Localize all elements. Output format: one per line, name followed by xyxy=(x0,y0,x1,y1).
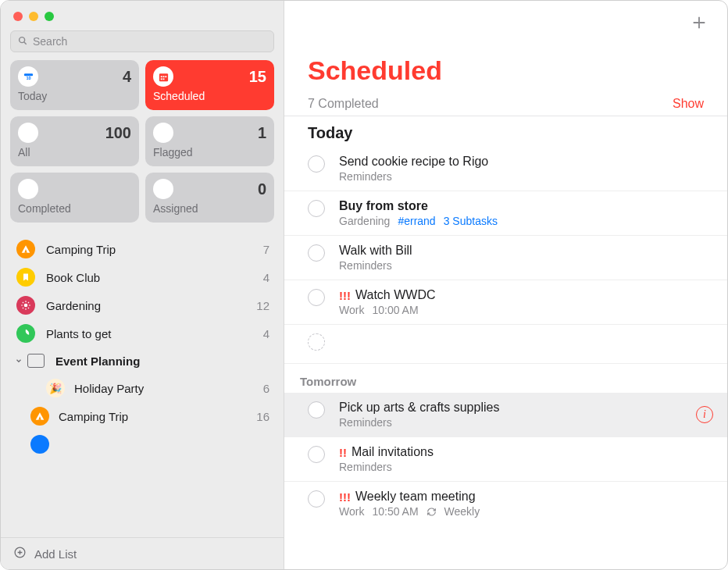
chevron-down-icon[interactable] xyxy=(13,357,24,365)
lists-section: Camping Trip 7 Book Club 4 Gardening 12 xyxy=(1,232,284,537)
list-plants-to-get[interactable]: Plants to get 4 xyxy=(1,319,284,347)
tile-completed-label: Completed xyxy=(18,202,131,215)
completed-count-label: 7 Completed xyxy=(308,97,379,111)
show-completed-button[interactable]: Show xyxy=(673,97,704,111)
reminder-row[interactable]: Walk with Bill Reminders xyxy=(284,236,727,280)
minimize-window-button[interactable] xyxy=(29,12,38,21)
search-icon xyxy=(17,35,33,48)
search-field[interactable] xyxy=(10,30,274,52)
list-holiday-party[interactable]: 🎉 Holiday Party 6 xyxy=(1,374,284,402)
reminder-checkbox[interactable] xyxy=(308,155,325,173)
calendar-today-icon: 10 xyxy=(18,66,38,87)
list-label: Plants to get xyxy=(46,327,111,340)
svg-rect-10 xyxy=(162,78,164,80)
svg-rect-8 xyxy=(165,76,166,77)
zoom-window-button[interactable] xyxy=(45,12,54,21)
list-book-club[interactable]: Book Club 4 xyxy=(1,263,284,291)
reminder-checkbox[interactable] xyxy=(308,401,325,419)
reminder-subtasks[interactable]: 3 Subtasks xyxy=(444,215,498,227)
reminder-title: Watch WWDC xyxy=(355,288,436,302)
svg-text:10: 10 xyxy=(26,76,30,80)
reminder-repeat-label: Weekly xyxy=(444,505,480,518)
list-gardening[interactable]: Gardening 12 xyxy=(1,291,284,319)
tile-flagged-label: Flagged xyxy=(153,146,266,159)
bookmark-icon xyxy=(16,268,35,287)
new-reminder-placeholder[interactable] xyxy=(284,325,727,364)
group-event-planning[interactable]: Event Planning xyxy=(1,347,284,374)
close-window-button[interactable] xyxy=(13,12,23,21)
reminder-row[interactable]: !!! Weekly team meeting Work 10:50 AM We… xyxy=(284,482,727,525)
list-partial[interactable] xyxy=(1,430,284,458)
reminder-row[interactable]: !!! Watch WWDC Work 10:00 AM xyxy=(284,280,727,325)
svg-rect-6 xyxy=(160,76,162,77)
flag-icon xyxy=(153,123,173,143)
tile-completed[interactable]: Completed xyxy=(10,173,139,223)
reminder-list-label: Gardening xyxy=(339,215,390,227)
repeat-icon xyxy=(426,507,437,517)
person-icon xyxy=(153,179,173,199)
tile-flagged[interactable]: 1 Flagged xyxy=(145,116,274,166)
main-content: Scheduled 7 Completed Show Today Send co… xyxy=(284,1,727,569)
list-bullet-icon xyxy=(30,435,49,454)
section-header-tomorrow: Tomorrow xyxy=(284,364,727,393)
reminder-checkbox[interactable] xyxy=(308,333,325,351)
list-count: 6 xyxy=(263,382,269,395)
list-count: 16 xyxy=(256,410,269,423)
add-list-button[interactable]: Add List xyxy=(1,537,284,569)
search-input[interactable] xyxy=(33,35,267,48)
folder-icon xyxy=(27,354,45,368)
tile-all-count: 100 xyxy=(105,124,131,142)
reminder-checkbox[interactable] xyxy=(308,244,325,262)
list-label: Camping Trip xyxy=(46,243,116,256)
reminder-row[interactable]: Send cookie recipe to Rigo Reminders xyxy=(284,147,727,191)
svg-rect-7 xyxy=(162,76,164,77)
reminder-row[interactable]: !! Mail invitations Reminders xyxy=(284,437,727,482)
reminder-row[interactable]: Pick up arts & crafts supplies Reminders… xyxy=(284,393,727,437)
reminder-tag[interactable]: #errand xyxy=(398,215,435,227)
group-label: Event Planning xyxy=(55,354,140,368)
reminder-checkbox[interactable] xyxy=(308,289,325,306)
info-button[interactable]: i xyxy=(696,406,713,423)
svg-rect-9 xyxy=(160,78,162,80)
list-camping-trip-2[interactable]: Camping Trip 16 xyxy=(1,402,284,430)
tile-all-label: All xyxy=(18,146,131,159)
list-count: 12 xyxy=(256,299,269,312)
reminder-time: 10:50 AM xyxy=(372,505,418,518)
sun-icon xyxy=(16,296,35,315)
reminder-list-label: Work xyxy=(339,304,364,316)
reminder-list-label: Reminders xyxy=(339,416,392,429)
list-count: 7 xyxy=(263,243,269,256)
reminder-checkbox[interactable] xyxy=(308,490,325,508)
page-title: Scheduled xyxy=(284,55,727,97)
tile-today[interactable]: 10 4 Today xyxy=(10,60,139,110)
tile-assigned[interactable]: 0 Assigned xyxy=(145,173,274,223)
list-label: Book Club xyxy=(46,271,100,284)
plus-circle-icon xyxy=(13,546,27,561)
reminder-list-label: Reminders xyxy=(339,259,392,272)
reminder-title: Walk with Bill xyxy=(339,244,713,258)
list-label: Gardening xyxy=(46,299,101,312)
reminder-title: Weekly team meeting xyxy=(355,490,476,504)
reminder-checkbox[interactable] xyxy=(308,200,325,217)
svg-line-17 xyxy=(23,302,23,303)
svg-point-11 xyxy=(162,186,166,190)
list-camping-trip[interactable]: Camping Trip 7 xyxy=(1,235,284,263)
svg-line-19 xyxy=(23,308,23,308)
reminder-checkbox[interactable] xyxy=(308,446,325,463)
completed-summary-bar: 7 Completed Show xyxy=(284,97,727,116)
reminder-title: Pick up arts & crafts supplies xyxy=(339,401,688,415)
reminder-row[interactable]: Buy from store Gardening #errand 3 Subta… xyxy=(284,191,727,236)
tent-icon xyxy=(16,240,35,258)
list-label: Holiday Party xyxy=(74,382,144,395)
tile-scheduled[interactable]: 15 Scheduled xyxy=(145,60,274,110)
tile-all[interactable]: 100 All xyxy=(10,116,139,166)
svg-line-1 xyxy=(24,41,27,44)
add-reminder-button[interactable] xyxy=(688,12,710,34)
sidebar: 10 4 Today 15 Scheduled xyxy=(1,1,284,569)
add-list-label: Add List xyxy=(34,547,77,561)
svg-line-18 xyxy=(28,308,29,308)
svg-line-20 xyxy=(28,302,29,303)
window-controls xyxy=(1,7,284,30)
party-icon: 🎉 xyxy=(46,379,65,397)
tray-icon xyxy=(18,123,38,143)
